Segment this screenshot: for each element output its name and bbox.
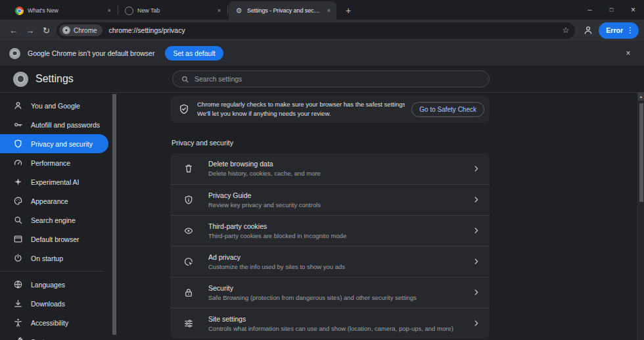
- row-privacy-guide[interactable]: Privacy Guide Review key privacy and sec…: [170, 184, 490, 215]
- maximize-button[interactable]: □: [601, 0, 622, 20]
- sidebar-item-system[interactable]: System: [0, 332, 108, 340]
- sidebar-item-search-engine[interactable]: Search engine: [0, 210, 108, 230]
- row-title: Security: [208, 284, 472, 292]
- go-to-safety-check-button[interactable]: Go to Safety Check: [411, 102, 484, 117]
- settings-header: Settings: [0, 66, 644, 93]
- site-chip[interactable]: Chrome: [59, 24, 103, 36]
- sidebar-item-performance[interactable]: Performance: [0, 153, 108, 172]
- close-tab-icon[interactable]: ×: [105, 7, 114, 15]
- gear-icon: ⚙: [235, 7, 243, 15]
- sidebar-item-privacy-and-security[interactable]: Privacy and security: [0, 134, 108, 153]
- sidebar-item-autofill[interactable]: Autofill and passwords: [0, 115, 108, 134]
- address-bar[interactable]: Chrome chrome://settings/privacy ☆: [57, 22, 575, 39]
- sidebar-item-on-startup[interactable]: On startup: [0, 249, 108, 268]
- sidebar-label: System: [31, 338, 54, 340]
- main-scrollbar: ▲: [637, 93, 644, 340]
- row-subtitle: Delete history, cookies, cache, and more: [208, 170, 472, 177]
- row-security[interactable]: Security Safe Browsing (protection from …: [170, 277, 490, 308]
- safety-check-card: Chrome regularly checks to make sure you…: [170, 96, 490, 123]
- row-delete-browsing-data[interactable]: Delete browsing data Delete history, coo…: [170, 153, 490, 184]
- sidebar-item-downloads[interactable]: Downloads: [0, 294, 108, 313]
- blank-page-icon: [125, 7, 133, 15]
- sidebar-item-you-and-google[interactable]: You and Google: [0, 96, 108, 115]
- sidebar-label: Accessibility: [31, 319, 68, 327]
- chevron-right-icon: [472, 195, 480, 204]
- close-tab-icon[interactable]: ×: [325, 7, 333, 15]
- tab-strip: What's New × New Tab × ⚙ Settings - Priv…: [0, 0, 644, 20]
- row-third-party-cookies[interactable]: Third-party cookies Third-party cookies …: [170, 215, 490, 246]
- search-input[interactable]: [195, 75, 481, 83]
- tab-separator: [227, 6, 228, 14]
- browser-icon: [13, 234, 23, 244]
- browser-toolbar: ← → ↻ Chrome chrome://settings/privacy ☆…: [0, 20, 644, 41]
- sidebar-label: Languages: [31, 281, 65, 289]
- person-icon: [13, 101, 23, 110]
- sidebar-label: Appearance: [31, 197, 68, 205]
- search-icon: [181, 75, 189, 84]
- eye-icon: [183, 226, 194, 236]
- row-subtitle: Third-party cookies are blocked in Incog…: [208, 232, 472, 239]
- shield-check-icon: [178, 103, 190, 115]
- close-tab-icon[interactable]: ×: [215, 7, 223, 15]
- chevron-right-icon: [472, 257, 480, 266]
- main-scrollbar-thumb[interactable]: [639, 103, 643, 202]
- search-icon: [13, 215, 23, 225]
- set-as-default-button[interactable]: Set as default: [165, 46, 223, 61]
- row-site-settings[interactable]: Site settings Controls what information …: [170, 308, 490, 339]
- settings-sidebar: You and Google Autofill and passwords Pr…: [0, 93, 112, 340]
- back-icon[interactable]: ←: [5, 22, 22, 39]
- row-title: Site settings: [208, 315, 472, 323]
- chevron-right-icon: [472, 164, 480, 173]
- new-tab-button[interactable]: +: [341, 3, 356, 18]
- row-subtitle: Review key privacy and security controls: [208, 201, 472, 208]
- row-title: Delete browsing data: [208, 160, 472, 168]
- tab-title: What's New: [28, 7, 101, 14]
- profile-error-button[interactable]: Error ⋮: [599, 22, 639, 39]
- row-title: Ad privacy: [208, 253, 472, 261]
- chrome-logo-icon: [62, 26, 70, 34]
- tab-title: Settings - Privacy and security: [247, 7, 321, 14]
- profile-avatar-icon[interactable]: [580, 22, 596, 39]
- tab-settings[interactable]: ⚙ Settings - Privacy and security ×: [229, 1, 336, 20]
- wrench-icon: [13, 337, 23, 340]
- chevron-right-icon: [472, 288, 480, 297]
- tab-whats-new[interactable]: What's New ×: [9, 1, 117, 20]
- sidebar-scrollbar-thumb[interactable]: [112, 94, 116, 335]
- key-icon: [13, 120, 23, 130]
- sidebar-label: Privacy and security: [31, 140, 93, 148]
- chrome-logo-icon: [9, 48, 20, 59]
- forward-icon[interactable]: →: [22, 22, 38, 39]
- close-window-button[interactable]: ×: [622, 0, 644, 20]
- sidebar-item-experimental-ai[interactable]: Experimental AI: [0, 172, 108, 191]
- minimize-button[interactable]: ─: [579, 0, 601, 20]
- site-chip-label: Chrome: [74, 27, 97, 34]
- tune-icon: [183, 318, 194, 329]
- sidebar-divider: [0, 271, 104, 272]
- banner-message: Google Chrome isn't your default browser: [28, 49, 154, 57]
- row-ad-privacy[interactable]: Ad privacy Customize the info used by si…: [170, 246, 490, 277]
- sidebar-item-accessibility[interactable]: Accessibility: [0, 313, 108, 332]
- row-subtitle: Customize the info used by sites to show…: [208, 263, 472, 270]
- row-subtitle: Controls what information sites can use …: [208, 325, 472, 332]
- speedometer-icon: [13, 158, 23, 168]
- settings-search[interactable]: [172, 70, 490, 87]
- error-label: Error: [606, 26, 623, 34]
- sparkle-icon: [13, 177, 23, 187]
- palette-icon: [13, 196, 23, 206]
- sidebar-item-languages[interactable]: Languages: [0, 275, 108, 294]
- accessibility-icon: [13, 318, 23, 328]
- reload-icon[interactable]: ↻: [38, 22, 55, 39]
- sidebar-label: Default browser: [31, 235, 80, 243]
- bookmark-star-icon[interactable]: ☆: [563, 26, 570, 35]
- kebab-menu-icon[interactable]: ⋮: [626, 26, 634, 35]
- sidebar-label: Performance: [31, 159, 70, 167]
- sidebar-label: Search engine: [31, 216, 76, 224]
- tab-title: New Tab: [137, 7, 211, 14]
- safety-check-text: Chrome regularly checks to make sure you…: [197, 100, 405, 119]
- scroll-up-icon[interactable]: ▲: [638, 93, 644, 101]
- sidebar-item-default-browser[interactable]: Default browser: [0, 230, 108, 249]
- banner-close-icon[interactable]: ×: [622, 49, 635, 58]
- tab-new-tab[interactable]: New Tab ×: [119, 1, 227, 20]
- chevron-right-icon: [472, 319, 480, 328]
- sidebar-item-appearance[interactable]: Appearance: [0, 191, 108, 210]
